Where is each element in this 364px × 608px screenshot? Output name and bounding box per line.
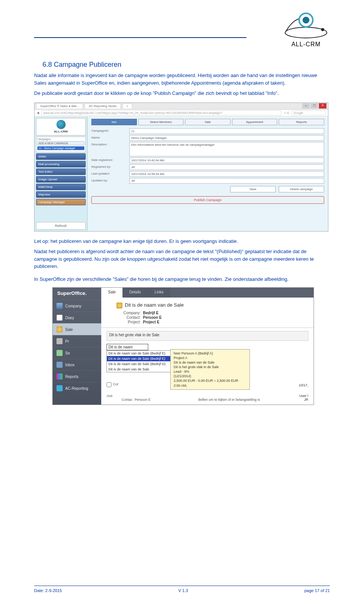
date-registered-label: Date registered: [91, 158, 129, 162]
so-tab-details[interactable]: Details [122, 288, 148, 298]
project-icon [56, 338, 63, 344]
description-label: Description: [91, 142, 129, 146]
so-bottom-user2: JR [299, 398, 308, 402]
sidenav-mail[interactable]: Mail processing [36, 161, 86, 167]
so-nav-company[interactable]: Company [53, 300, 101, 312]
sidenav-writer[interactable]: Writer [36, 153, 86, 160]
sidenav-campaign-manager[interactable]: Campaign Manager [36, 199, 86, 205]
so-contact-label: Contact: [116, 315, 141, 320]
so-nav-reports-label: Reports [65, 375, 78, 379]
logo-swirl-icon [281, 11, 331, 41]
campaigns-panel: Campaigns: ADD A NEW CAMPAIGN 11 - Demo … [36, 137, 86, 152]
logo-text: ALL-CRM [281, 41, 331, 48]
so-nav-project[interactable]: Pr [53, 335, 101, 347]
sidenav-mailchimp[interactable]: MailChimp [36, 184, 86, 190]
so-nav-diary[interactable]: Diary [53, 312, 101, 323]
name-label: Name: [91, 135, 129, 139]
tab-sale[interactable]: Sale [185, 119, 231, 125]
so-cor-label: Cor [113, 382, 119, 387]
registered-by-field: JR [129, 164, 324, 170]
date-registered-field: 10/17/2014 10:42:04 AM [129, 158, 324, 163]
publish-campaign-button[interactable]: Publish Campaign [91, 196, 324, 204]
so-nav-diary-label: Diary [65, 316, 74, 320]
so-bottom-date: 10/17, [299, 383, 308, 387]
so-tab-sale[interactable]: Sale [101, 288, 122, 298]
sale-icon [56, 326, 63, 332]
svg-point-2 [303, 17, 309, 24]
so-bottom-right: 10/17, User l JR [299, 383, 308, 402]
so-bottom-row: Cor Actr ContacPersoon E Bellen om te ki… [107, 382, 308, 402]
so-description-box[interactable]: Dit is het grote vlak in de Sale [107, 331, 308, 341]
so-nav-inbox-label: Inbox [65, 363, 74, 367]
main-panel: Info Select Members Sale Appointment Rep… [88, 117, 328, 231]
campaign-id-field[interactable]: 11 [129, 128, 324, 134]
sidebar-logo-icon [56, 120, 66, 129]
save-button[interactable]: Save [230, 186, 276, 192]
name-field[interactable]: Demo Campaign manager [129, 135, 324, 141]
tooltip-line: Dit is de naam van de Sale [174, 360, 246, 365]
page-footer: Date: 2-9-2015 V 1.3 page 17 of 21 [34, 586, 330, 593]
screenshot-campaign-manager: SuperOffice ® Sales & Mar... AC-Reportin… [34, 102, 328, 232]
window-maximize-icon[interactable]: □ [311, 103, 318, 109]
footer-version: V 1.3 [178, 588, 188, 593]
so-company-label: Company: [116, 311, 141, 315]
svg-point-0 [285, 27, 327, 38]
tab-reports[interactable]: Reports [279, 119, 324, 125]
paragraph-3: Let op: het publiceren van de campagne k… [34, 238, 330, 245]
window-minimize-icon[interactable]: – [302, 103, 310, 109]
delete-campaign-button[interactable]: Delete campaign [279, 186, 324, 192]
so-nav-reports[interactable]: Reports [53, 370, 101, 382]
nav-back-icon[interactable]: ◀ [37, 111, 39, 115]
updated-by-label: Updated by: [91, 178, 129, 182]
tab-row: Info Select Members Sale Appointment Rep… [91, 119, 324, 125]
paragraph-4: Nadat het publiceren is afgerond wordt a… [34, 248, 330, 270]
so-nav-selection[interactable]: Se [53, 347, 101, 359]
tab-select-members[interactable]: Select Members [138, 119, 184, 125]
url-input[interactable]: www.all-crm.nl/ACReportingStudio/AC-List… [41, 110, 281, 115]
tooltip-line: (12/1/2014) [174, 374, 246, 378]
so-bottom-user: User l [299, 394, 308, 398]
inbox-icon [56, 362, 63, 368]
so-nav-sale[interactable]: Sale [53, 323, 101, 335]
so-nav-inbox[interactable]: Inbox [53, 359, 101, 370]
ac-reporting-icon [56, 385, 63, 391]
logo: ALL-CRM [281, 11, 331, 48]
campaigns-item-selected[interactable]: 11 - Demo Campaign manager [37, 146, 85, 150]
so-sale-search-input[interactable]: Dit is de naam [107, 344, 148, 350]
so-bottom-task: Bellen om te kijken of er belangstelling… [198, 398, 260, 402]
tooltip-line: Lead - 6% [174, 369, 246, 374]
last-updated-field: 10/17/2014 10:58:54 AM [129, 171, 324, 177]
tab-info[interactable]: Info [91, 119, 137, 125]
so-sale-name: Dit is de naam van de Sale [116, 302, 308, 309]
footer-page: page 17 of 21 [304, 588, 330, 593]
sidenav-mapview[interactable]: Mapview [36, 191, 86, 198]
so-sale-detail: Dit is de naam van de Sale Company:Bedri… [101, 298, 314, 328]
browser-titlebar: SuperOffice ® Sales & Mar... AC-Reportin… [35, 103, 328, 110]
campaigns-add-new[interactable]: ADD A NEW CAMPAIGN [37, 141, 85, 145]
so-project-value: Project E [143, 320, 159, 324]
ssl-icon: ☆ C [284, 111, 289, 115]
so-nav-company-label: Company [65, 304, 82, 308]
browser-tab-new[interactable]: + [122, 103, 133, 109]
so-company-value: Bedrijf E [143, 311, 158, 315]
so-cor-checkbox[interactable] [107, 382, 111, 387]
updated-by-field: JR [129, 178, 324, 184]
so-tab-links[interactable]: Links [148, 288, 170, 298]
browser-tab-2[interactable]: AC-Reporting Studio [85, 103, 121, 109]
sidenav-text-editor[interactable]: Text Editor [36, 169, 86, 175]
so-nav-ac-reporting[interactable]: AC-Reporting [53, 382, 101, 394]
search-input[interactable]: Google [292, 110, 326, 115]
so-nav-sale-label: Sale [65, 328, 73, 332]
window-close-icon[interactable]: × [319, 103, 326, 109]
section-title: 6.8 Campagne Publiceren [42, 61, 330, 69]
browser-tab-1[interactable]: SuperOffice ® Sales & Mar... [36, 103, 83, 109]
last-updated-label: Last updated: [91, 171, 129, 175]
sidebar-logo-text: ALL-CRM [54, 130, 67, 133]
sidenav-image-upload[interactable]: Image Upload [36, 176, 86, 183]
description-field[interactable]: Een informatieve tekst ten behoeve van d… [129, 142, 324, 156]
tab-appointment[interactable]: Appointment [232, 119, 278, 125]
header-divider [34, 37, 246, 38]
so-brand: SuperOffice. [53, 288, 101, 300]
so-contact-value: Persoon E [143, 315, 162, 320]
refresh-button[interactable]: Refresh [36, 222, 86, 230]
